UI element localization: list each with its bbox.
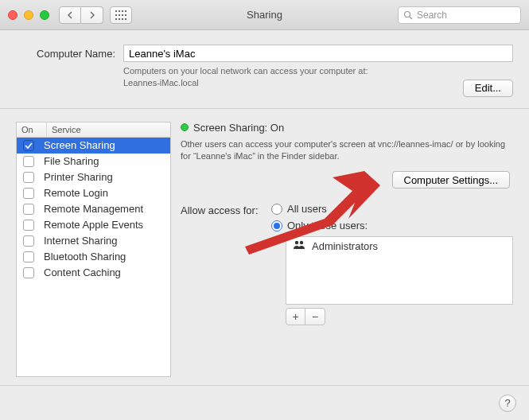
remove-button[interactable]: − — [305, 309, 325, 325]
list-item[interactable]: Administrators — [286, 237, 512, 255]
allow-access-label: Allow access for: — [181, 203, 263, 216]
service-row[interactable]: Screen Sharing — [17, 138, 170, 154]
computer-settings-button[interactable]: Computer Settings... — [392, 171, 511, 189]
service-label: File Sharing — [44, 155, 99, 167]
minimize-window-button[interactable] — [24, 10, 33, 20]
svg-line-13 — [410, 17, 412, 19]
service-checkbox[interactable] — [23, 267, 34, 278]
service-checkbox[interactable] — [23, 220, 34, 231]
service-checkbox[interactable] — [23, 235, 34, 247]
group-icon — [293, 240, 305, 252]
service-label: Screen Sharing — [44, 139, 115, 151]
service-checkbox[interactable] — [23, 188, 34, 199]
add-button[interactable]: + — [286, 309, 305, 325]
close-window-button[interactable] — [8, 10, 18, 20]
svg-rect-11 — [125, 18, 126, 20]
status-title: Screen Sharing: On — [193, 122, 284, 134]
svg-rect-1 — [119, 10, 120, 12]
computer-name-label: Computer Name: — [16, 45, 115, 60]
service-row[interactable]: Internet Sharing — [17, 233, 170, 249]
zoom-window-button[interactable] — [40, 10, 49, 20]
footer: ? — [0, 385, 529, 420]
services-header: On Service — [17, 122, 170, 138]
users-list[interactable]: Administrators — [286, 236, 513, 305]
service-label: Bluetooth Sharing — [44, 251, 126, 262]
service-row[interactable]: Printer Sharing — [17, 169, 170, 185]
search-icon — [403, 10, 413, 20]
window-controls — [8, 10, 49, 20]
svg-rect-8 — [115, 18, 117, 20]
search-placeholder: Search — [417, 10, 447, 21]
search-input[interactable]: Search — [398, 6, 521, 24]
show-all-button[interactable] — [110, 6, 132, 24]
help-button[interactable]: ? — [499, 395, 516, 412]
svg-rect-7 — [125, 14, 126, 16]
svg-rect-4 — [115, 14, 117, 16]
svg-rect-0 — [115, 10, 117, 12]
service-row[interactable]: Bluetooth Sharing — [17, 249, 170, 265]
service-row[interactable]: Remote Login — [17, 185, 170, 201]
status-indicator-icon — [181, 123, 189, 131]
column-service[interactable]: Service — [47, 122, 170, 137]
svg-point-15 — [300, 241, 303, 244]
svg-rect-2 — [122, 10, 123, 12]
computer-name-input[interactable] — [123, 45, 513, 62]
detail-panel: Screen Sharing: On Other users can acces… — [181, 122, 513, 377]
svg-rect-10 — [122, 18, 123, 20]
service-checkbox[interactable] — [23, 156, 34, 167]
service-row[interactable]: File Sharing — [17, 154, 170, 169]
svg-rect-5 — [119, 14, 120, 16]
user-label: Administrators — [312, 240, 378, 252]
window-title: Sharing — [247, 9, 282, 21]
nav-buttons — [59, 6, 103, 24]
column-on[interactable]: On — [17, 122, 47, 137]
content-area: Computer Name: Computers on your local n… — [0, 30, 529, 385]
chevron-left-icon — [67, 11, 73, 19]
radio-icon — [271, 220, 282, 231]
svg-rect-9 — [119, 18, 120, 20]
service-checkbox[interactable] — [23, 251, 34, 262]
add-remove-controls: + − — [286, 308, 325, 325]
service-checkbox[interactable] — [23, 204, 34, 215]
radio-only-these-users[interactable]: Only these users: — [271, 220, 513, 231]
status-description: Other users can access your computer's s… — [181, 138, 513, 162]
service-checkbox[interactable] — [23, 140, 34, 151]
svg-rect-6 — [122, 14, 123, 16]
service-label: Internet Sharing — [44, 235, 118, 247]
window-titlebar: Sharing Search — [0, 0, 529, 30]
svg-point-12 — [405, 11, 410, 17]
service-checkbox[interactable] — [23, 172, 34, 183]
radio-all-users[interactable]: All users — [271, 203, 513, 215]
service-label: Printer Sharing — [44, 171, 113, 183]
edit-button[interactable]: Edit... — [463, 80, 513, 97]
radio-only-users-label: Only these users: — [287, 220, 368, 231]
radio-icon — [271, 204, 282, 215]
svg-point-14 — [295, 241, 298, 244]
service-label: Remote Management — [44, 203, 143, 215]
radio-all-users-label: All users — [287, 203, 327, 215]
service-label: Remote Login — [44, 187, 108, 199]
service-label: Content Caching — [44, 266, 121, 278]
services-table: On Service Screen SharingFile SharingPri… — [16, 122, 171, 377]
svg-rect-3 — [125, 10, 126, 12]
forward-button[interactable] — [81, 6, 103, 24]
service-row[interactable]: Remote Apple Events — [17, 217, 170, 233]
service-row[interactable]: Remote Management — [17, 201, 170, 217]
chevron-right-icon — [89, 11, 95, 19]
back-button[interactable] — [59, 6, 81, 24]
grid-icon — [115, 10, 126, 20]
check-icon — [25, 142, 33, 150]
service-label: Remote Apple Events — [44, 219, 143, 231]
service-row[interactable]: Content Caching — [17, 265, 170, 281]
